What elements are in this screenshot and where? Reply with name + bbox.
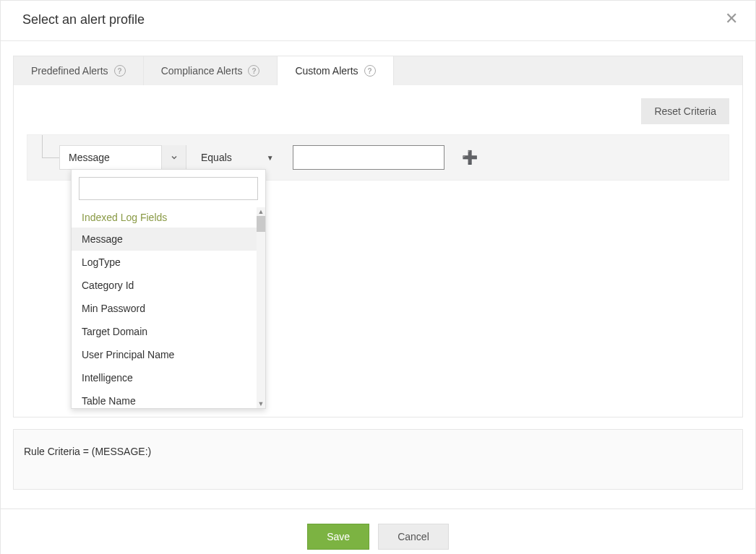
tab-content: Reset Criteria Message Equals ▼ ➕: [13, 85, 743, 417]
dropdown-option[interactable]: Min Password: [72, 297, 265, 320]
dropdown-option[interactable]: Target Domain: [72, 320, 265, 343]
plus-icon: ➕: [462, 150, 478, 165]
dropdown-group-label: Indexed Log Fields: [72, 207, 265, 228]
scroll-down-icon[interactable]: ▼: [257, 399, 265, 408]
dropdown-option[interactable]: LogType: [72, 251, 265, 274]
help-icon[interactable]: ?: [114, 65, 126, 77]
tab-label: Compliance Alerts: [161, 65, 243, 77]
dropdown-option[interactable]: Category Id: [72, 274, 265, 297]
tabs: Predefined Alerts ? Compliance Alerts ? …: [13, 56, 743, 85]
tab-spacer: [394, 56, 742, 85]
cancel-button[interactable]: Cancel: [378, 524, 449, 550]
tree-connector: [27, 145, 59, 170]
operator-label: Equals: [201, 152, 232, 163]
scrollbar[interactable]: ▲ ▼: [257, 207, 265, 408]
dropdown-list: Indexed Log Fields Message LogType Categ…: [72, 207, 265, 408]
page-title: Select an alert profile: [22, 12, 145, 27]
dropdown-option[interactable]: Intelligence: [72, 366, 265, 389]
tab-compliance-alerts[interactable]: Compliance Alerts ?: [144, 56, 278, 85]
field-dropdown: Indexed Log Fields Message LogType Categ…: [71, 169, 266, 409]
help-icon[interactable]: ?: [364, 65, 376, 77]
scroll-thumb[interactable]: [257, 216, 265, 232]
add-criteria-button[interactable]: ➕: [458, 149, 482, 166]
criteria-value-input[interactable]: [293, 145, 444, 170]
rule-criteria-summary: Rule Criteria = (MESSAGE:): [13, 429, 743, 490]
save-button[interactable]: Save: [307, 524, 369, 550]
dropdown-option[interactable]: Message: [72, 228, 265, 251]
scroll-up-icon[interactable]: ▲: [257, 207, 265, 216]
footer: Save Cancel: [1, 508, 755, 554]
help-icon[interactable]: ?: [248, 65, 259, 77]
criteria-row: Message Equals ▼ ➕: [27, 134, 729, 181]
reset-criteria-button[interactable]: Reset Criteria: [641, 98, 729, 124]
rule-criteria-text: Rule Criteria = (MESSAGE:): [24, 446, 151, 457]
dropdown-option[interactable]: User Principal Name: [72, 343, 265, 366]
tab-predefined-alerts[interactable]: Predefined Alerts ?: [14, 56, 144, 85]
close-button[interactable]: ✕: [722, 11, 741, 27]
field-select-label: Message: [60, 146, 161, 169]
field-select[interactable]: Message: [59, 145, 186, 170]
dropdown-option[interactable]: Table Name: [72, 389, 265, 408]
tab-custom-alerts[interactable]: Custom Alerts ?: [278, 56, 393, 85]
operator-select[interactable]: Equals ▼: [197, 145, 281, 170]
dropdown-search-input[interactable]: [79, 177, 258, 200]
tab-label: Custom Alerts: [295, 65, 358, 77]
close-icon: ✕: [725, 9, 738, 27]
chevron-down-icon[interactable]: [161, 145, 186, 170]
caret-down-icon: ▼: [267, 154, 274, 162]
tab-label: Predefined Alerts: [31, 65, 108, 77]
